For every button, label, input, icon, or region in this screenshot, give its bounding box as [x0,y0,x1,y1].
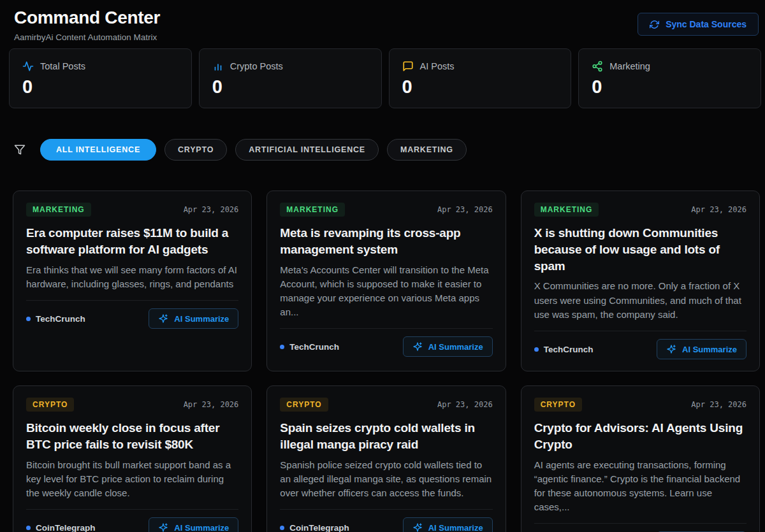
card-date: Apr 23, 2026 [184,205,239,214]
ai-summarize-button[interactable]: AI Summarize [403,336,493,357]
article-title: X is shutting down Communities because o… [534,225,747,274]
source-name: CoinTelegraph [36,523,96,532]
ai-summarize-label: AI Summarize [428,523,483,532]
share-icon [592,61,603,72]
bar-chart-icon [212,61,224,72]
card-footer: CoinDesk AI Summarize [534,524,747,532]
source-dot-icon [26,526,31,530]
stat-value: 0 [402,76,558,97]
card-footer: TechCrunch AI Summarize [534,331,747,359]
ai-summarize-label: AI Summarize [682,345,737,354]
card-head: CRYPTO Apr 23, 2026 [534,398,747,412]
source: TechCrunch [280,342,339,352]
ai-summarize-label: AI Summarize [174,314,229,324]
source-name: TechCrunch [36,314,85,324]
news-grid: MARKETING Apr 23, 2026 Era computer rais… [0,191,765,532]
article-description: Meta's Accounts Center will transition t… [280,263,492,320]
stat-head: Marketing [592,61,748,72]
sparkles-icon [666,344,676,354]
sparkles-icon [158,313,168,324]
category-badge: MARKETING [534,203,599,217]
source-dot-icon [26,317,31,321]
filter-artificial-intelligence[interactable]: ARTIFICIAL INTELLIGENCE [235,139,379,161]
category-badge: CRYPTO [26,398,74,412]
source-dot-icon [280,345,284,349]
ai-summarize-button[interactable]: AI Summarize [657,339,747,359]
card-footer: CoinTelegraph AI Summarize [280,510,492,532]
source: TechCrunch [26,314,85,324]
article-title: Crypto for Advisors: AI Agents Using Cry… [534,420,747,453]
stat-card-total-posts: Total Posts 0 [9,48,192,108]
stat-value: 0 [592,76,748,97]
source: CoinTelegraph [26,523,96,532]
stat-card-ai-posts: AI Posts 0 [389,48,572,108]
sparkles-icon [158,522,168,532]
filter-funnel-icon [14,144,26,155]
activity-icon [22,61,34,72]
message-square-icon [402,61,414,72]
stat-value: 0 [212,76,368,97]
source-dot-icon [280,526,284,530]
ai-summarize-button[interactable]: AI Summarize [149,308,238,329]
stat-head: AI Posts [402,61,558,72]
stat-label: Total Posts [40,61,85,71]
source-name: TechCrunch [289,342,339,352]
filter-bar: ALL INTELLIGENCE CRYPTO ARTIFICIAL INTEL… [0,139,765,161]
card-head: CRYPTO Apr 23, 2026 [26,398,238,412]
card-footer: TechCrunch AI Summarize [26,301,238,329]
page-subtitle: AamirbyAi Content Automation Matrix [14,32,160,42]
card-head: MARKETING Apr 23, 2026 [26,203,238,217]
sync-button-label: Sync Data Sources [666,19,747,29]
article-title: Era computer raises $11M to build a soft… [26,225,238,258]
card-date: Apr 23, 2026 [437,400,493,409]
refresh-icon [650,20,659,29]
category-badge: MARKETING [26,203,91,217]
ai-summarize-button[interactable]: AI Summarize [149,517,238,532]
stats-row: Total Posts 0 Crypto Posts 0 AI Posts 0 [0,48,765,108]
ai-summarize-button[interactable]: AI Summarize [403,517,493,532]
article-title: Meta is revamping its cross-app manageme… [280,225,492,258]
source: CoinTelegraph [280,523,349,532]
article-description: Bitcoin brought its bull market support … [26,458,238,501]
ai-summarize-label: AI Summarize [174,523,229,532]
page-title: Command Center [14,8,160,28]
card-footer: CoinTelegraph AI Summarize [26,510,238,532]
sparkles-icon [412,522,423,532]
stat-card-marketing: Marketing 0 [578,48,761,108]
card-date: Apr 23, 2026 [691,400,747,409]
news-card: CRYPTO Apr 23, 2026 Bitcoin weekly close… [13,385,252,532]
news-card: MARKETING Apr 23, 2026 Meta is revamping… [266,191,506,371]
article-description: X Communities are no more. Only a fracti… [534,279,747,322]
stat-value: 0 [22,76,178,97]
source-name: TechCrunch [544,345,594,354]
ai-summarize-label: AI Summarize [428,342,483,352]
source-name: CoinTelegraph [289,523,349,532]
article-title: Bitcoin weekly close in focus after BTC … [26,420,238,453]
stat-label: Marketing [609,61,650,71]
card-head: CRYPTO Apr 23, 2026 [280,398,492,412]
source-dot-icon [534,347,539,352]
category-badge: MARKETING [280,203,345,217]
category-badge: CRYPTO [534,398,582,412]
source: TechCrunch [534,345,594,354]
article-description: AI agents are executing transactions, fo… [534,458,747,515]
article-title: Spain seizes crypto cold wallets in ille… [280,420,492,453]
filter-marketing[interactable]: MARKETING [387,139,467,161]
news-card: CRYPTO Apr 23, 2026 Crypto for Advisors:… [521,385,760,532]
sparkles-icon [412,341,423,352]
filter-all-intelligence[interactable]: ALL INTELLIGENCE [40,139,156,161]
card-head: MARKETING Apr 23, 2026 [280,203,492,217]
article-description: Era thinks that we will see many form fa… [26,263,238,291]
command-center-page: Command Center AamirbyAi Content Automat… [0,0,765,532]
news-card: MARKETING Apr 23, 2026 Era computer rais… [13,191,252,371]
article-description: Spanish police seized crypto cold wallet… [280,458,492,501]
header-titles: Command Center AamirbyAi Content Automat… [14,8,160,42]
sync-data-sources-button[interactable]: Sync Data Sources [638,13,759,36]
stat-label: Crypto Posts [230,61,283,71]
stat-label: AI Posts [420,61,455,71]
card-date: Apr 23, 2026 [691,205,747,214]
card-date: Apr 23, 2026 [184,400,239,409]
filter-crypto[interactable]: CRYPTO [164,139,227,161]
stat-head: Total Posts [22,61,178,72]
header: Command Center AamirbyAi Content Automat… [0,0,765,42]
